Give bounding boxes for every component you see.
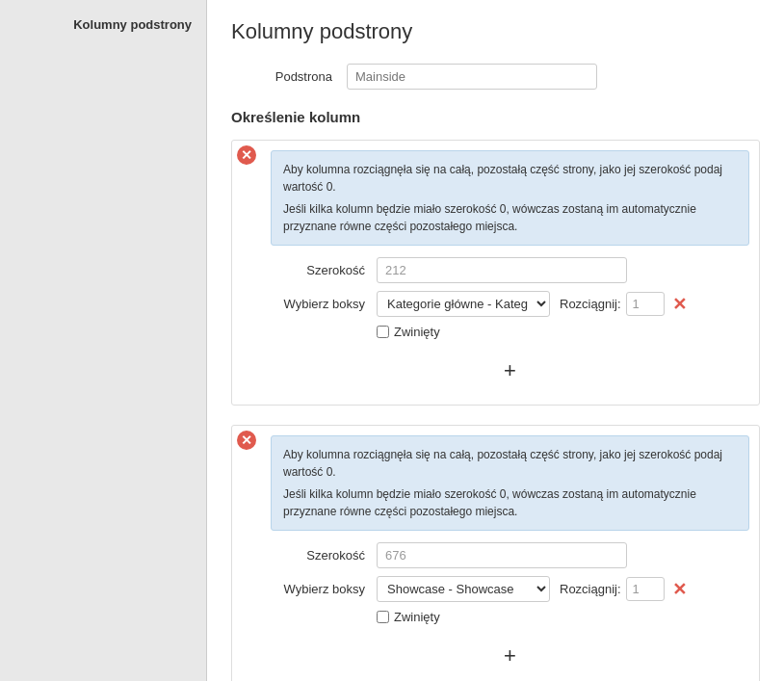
- page-layout: Kolumny podstrony Kolumny podstrony Pods…: [0, 0, 784, 681]
- column-2-content: Aby kolumna rozciągnęła się na całą, poz…: [261, 426, 759, 681]
- info-line2-1: Jeśli kilka kolumn będzie miało szerokoś…: [283, 200, 737, 235]
- boksy-select-2[interactable]: Showcase - Showcase: [377, 576, 550, 602]
- main-content: Kolumny podstrony Podstrona Określenie k…: [207, 0, 784, 681]
- info-box-2: Aby kolumna rozciągnęła się na całą, poz…: [271, 435, 749, 531]
- info-line1-1: Aby kolumna rozciągnęła się na całą, poz…: [283, 161, 737, 196]
- select-row-1: Wybierz boksy Kategorie główne - Kategor…: [271, 291, 749, 317]
- delete-boksy-row-1-button[interactable]: ✕: [672, 294, 687, 315]
- width-row-2: Szerokość: [271, 542, 749, 568]
- page-title: Kolumny podstrony: [231, 19, 760, 44]
- remove-column-2-button[interactable]: ✕: [232, 426, 261, 455]
- delete-row-2-icon: ✕: [672, 580, 687, 599]
- width-input-2[interactable]: [377, 542, 627, 568]
- subpage-row: Podstrona: [231, 64, 760, 90]
- delete-boksy-row-2-button[interactable]: ✕: [672, 579, 687, 600]
- rozciagnij-label-1: Rozciągnij:: [560, 297, 621, 311]
- add-boksy-button-2[interactable]: +: [496, 642, 525, 670]
- collapsed-label-1: Zwinięty: [394, 325, 440, 339]
- select-row-2: Wybierz boksy Showcase - Showcase Rozcią…: [271, 576, 749, 602]
- collapsed-row-2: Zwinięty: [377, 610, 749, 624]
- column-block-2: ✕ Aby kolumna rozciągnęła się na całą, p…: [231, 425, 760, 681]
- boksy-select-1[interactable]: Kategorie główne - Kategor: [377, 291, 550, 317]
- collapsed-label-2: Zwinięty: [394, 610, 440, 624]
- column-block-1-inner: ✕ Aby kolumna rozciągnęła się na całą, p…: [232, 141, 759, 405]
- delete-row-1-icon: ✕: [672, 295, 687, 314]
- width-input-1[interactable]: [377, 257, 627, 283]
- collapsed-row-1: Zwinięty: [377, 325, 749, 339]
- sidebar: Kolumny podstrony: [0, 0, 207, 681]
- remove-column-1-icon: ✕: [237, 145, 256, 165]
- info-line1-2: Aby kolumna rozciągnęła się na całą, poz…: [283, 446, 737, 481]
- width-label-2: Szerokość: [271, 548, 377, 563]
- remove-column-1-button[interactable]: ✕: [232, 141, 261, 170]
- width-label-1: Szerokość: [271, 263, 377, 277]
- rozciagnij-input-2[interactable]: [626, 577, 665, 601]
- add-boksy-button-1[interactable]: +: [496, 356, 525, 385]
- column-block-2-inner: ✕ Aby kolumna rozciągnęła się na całą, p…: [232, 426, 759, 681]
- section-title: Określenie kolumn: [231, 109, 760, 125]
- select-label-2: Wybierz boksy: [271, 582, 377, 596]
- add-boksy-container-2: +: [271, 632, 749, 680]
- select-label-1: Wybierz boksy: [271, 297, 377, 311]
- column-block-1: ✕ Aby kolumna rozciągnęła się na całą, p…: [231, 140, 760, 406]
- subpage-input[interactable]: [347, 64, 597, 90]
- remove-column-2-icon: ✕: [237, 431, 256, 450]
- info-box-1: Aby kolumna rozciągnęła się na całą, poz…: [271, 150, 749, 246]
- width-row-1: Szerokość: [271, 257, 749, 283]
- collapsed-checkbox-2[interactable]: [377, 611, 389, 623]
- rozciagnij-label-2: Rozciągnij:: [560, 582, 621, 596]
- add-boksy-container-1: +: [271, 347, 749, 395]
- subpage-label: Podstrona: [231, 69, 347, 84]
- rozciagnij-input-1[interactable]: [626, 292, 665, 316]
- info-line2-2: Jeśli kilka kolumn będzie miało szerokoś…: [283, 485, 737, 520]
- collapsed-checkbox-1[interactable]: [377, 326, 389, 338]
- sidebar-item-kolumny-podstrony[interactable]: Kolumny podstrony: [0, 10, 206, 39]
- column-1-content: Aby kolumna rozciągnęła się na całą, poz…: [261, 141, 759, 405]
